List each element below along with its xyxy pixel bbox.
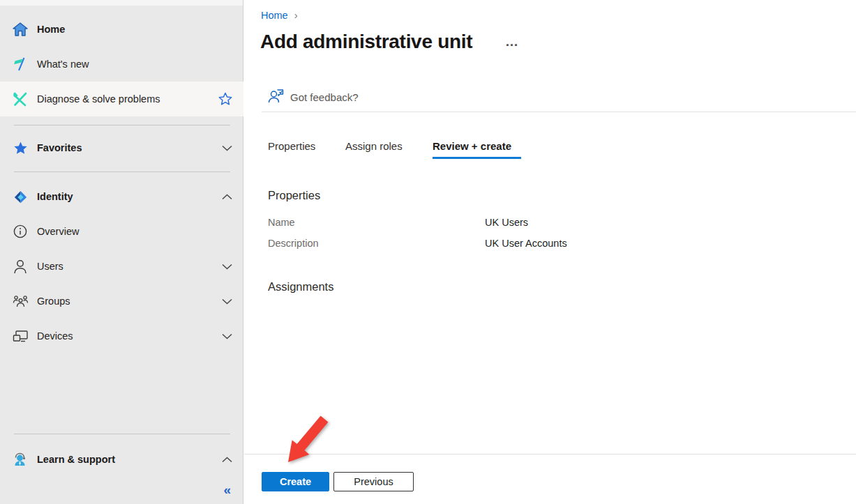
sidebar-item-label: Home bbox=[37, 24, 65, 35]
sidebar-item-devices[interactable]: Devices bbox=[0, 319, 243, 353]
more-options-icon[interactable]: … bbox=[505, 34, 520, 49]
whats-new-flag-icon bbox=[11, 56, 29, 72]
sidebar-item-label: Users bbox=[37, 261, 63, 272]
got-feedback-label: Got feedback? bbox=[290, 91, 359, 103]
active-tab-underline bbox=[433, 157, 521, 159]
sidebar-divider bbox=[14, 171, 230, 172]
home-icon bbox=[11, 22, 29, 36]
chevron-up-icon bbox=[222, 194, 232, 200]
left-nav-sidebar: Home What's new Diagnose & solve problem… bbox=[0, 0, 243, 504]
footer-divider bbox=[244, 454, 856, 455]
sidebar-divider bbox=[14, 125, 230, 125]
chevron-down-icon bbox=[222, 298, 232, 305]
sidebar-item-identity[interactable]: Identity bbox=[0, 179, 243, 214]
sidebar-item-favorites[interactable]: Favorites bbox=[0, 130, 243, 165]
tab-assign-roles[interactable]: Assign roles bbox=[345, 140, 403, 152]
sidebar-divider bbox=[14, 434, 230, 434]
sidebar-item-label: Learn & support bbox=[37, 454, 115, 465]
people-group-icon bbox=[11, 294, 29, 308]
field-value-name: UK Users bbox=[485, 217, 528, 228]
sidebar-item-label: Diagnose & solve problems bbox=[37, 93, 160, 105]
sidebar-item-whats-new[interactable]: What's new bbox=[0, 47, 243, 82]
sidebar-item-diagnose-solve-problems[interactable]: Diagnose & solve problems bbox=[0, 82, 243, 116]
chevron-down-icon bbox=[222, 333, 232, 339]
diagnose-tools-icon bbox=[11, 91, 29, 107]
sidebar-item-label: Groups bbox=[37, 296, 70, 307]
sidebar-item-label: Devices bbox=[37, 330, 73, 342]
sidebar-item-label: Favorites bbox=[37, 142, 82, 153]
field-value-description: UK User Accounts bbox=[485, 238, 567, 249]
sidebar-item-users[interactable]: Users bbox=[0, 249, 243, 284]
tab-review-create[interactable]: Review + create bbox=[433, 140, 511, 152]
sidebar-item-label: Overview bbox=[37, 226, 79, 237]
breadcrumb-chevron-icon: › bbox=[294, 9, 298, 21]
chevron-down-icon bbox=[222, 145, 232, 151]
previous-button[interactable]: Previous bbox=[333, 472, 414, 491]
sidebar-top-strip bbox=[0, 0, 243, 6]
person-icon bbox=[11, 259, 29, 274]
header-divider bbox=[262, 112, 856, 112]
sidebar-item-label: Identity bbox=[37, 191, 73, 202]
support-agent-icon bbox=[11, 452, 29, 467]
sidebar-item-label: What's new bbox=[37, 59, 89, 70]
field-label-name: Name bbox=[268, 217, 295, 228]
star-filled-icon bbox=[11, 141, 29, 155]
sidebar-item-learn-support[interactable]: Learn & support bbox=[0, 442, 243, 477]
create-button[interactable]: Create bbox=[262, 472, 329, 491]
sidebar-item-groups[interactable]: Groups bbox=[0, 284, 243, 319]
field-label-description: Description bbox=[268, 238, 319, 249]
info-circle-icon bbox=[11, 224, 29, 238]
breadcrumb-home-link[interactable]: Home bbox=[261, 10, 288, 21]
collapse-sidebar-icon[interactable]: « bbox=[223, 483, 231, 496]
feedback-person-icon bbox=[268, 89, 284, 106]
got-feedback-link[interactable]: Got feedback? bbox=[268, 89, 359, 106]
breadcrumb: Home › bbox=[261, 9, 298, 21]
tab-properties[interactable]: Properties bbox=[268, 140, 315, 152]
properties-section-heading: Properties bbox=[268, 189, 320, 202]
identity-entra-icon bbox=[11, 189, 29, 205]
sidebar-item-overview[interactable]: Overview bbox=[0, 214, 243, 249]
assignments-section-heading: Assignments bbox=[268, 280, 333, 293]
page-title: Add administrative unit bbox=[260, 31, 472, 53]
sidebar-item-home[interactable]: Home bbox=[0, 12, 243, 47]
devices-icon bbox=[11, 330, 29, 343]
favorite-star-outline-icon[interactable] bbox=[218, 92, 232, 106]
chevron-down-icon bbox=[222, 264, 232, 270]
chevron-up-icon bbox=[222, 457, 232, 463]
